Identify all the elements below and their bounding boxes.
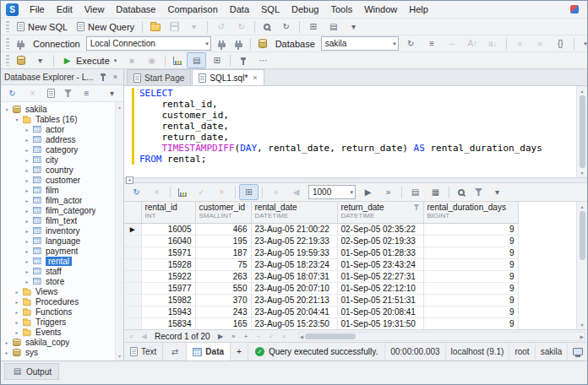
cell[interactable]: 01-Sep-05 22:27:31 xyxy=(337,270,423,282)
expander-icon[interactable]: ▸ xyxy=(24,258,30,264)
row-indicator[interactable] xyxy=(124,282,141,294)
cell[interactable]: 01-Sep-05 21:51:31 xyxy=(337,294,423,306)
scroll-left-icon[interactable]: ◀ xyxy=(300,333,304,339)
tree-node-inventory[interactable]: ▸inventory xyxy=(1,225,123,236)
expander-icon[interactable]: ▸ xyxy=(24,218,30,224)
outdent-button[interactable]: « xyxy=(510,35,530,52)
expander-icon[interactable]: ▸ xyxy=(24,127,30,133)
cell[interactable]: 9 xyxy=(423,247,518,258)
record-next-button[interactable]: ▶ xyxy=(215,333,226,340)
cell[interactable]: 466 xyxy=(195,223,251,235)
tree-node-events[interactable]: ▸Events xyxy=(1,327,123,337)
cell[interactable]: 01-Sep-05 22:12:10 xyxy=(337,282,423,294)
tree-node-country[interactable]: ▸country xyxy=(1,165,123,175)
expander-icon[interactable]: ▸ xyxy=(14,329,20,335)
tree-node-tables-16[interactable]: ▾Tables (16) xyxy=(1,114,123,124)
tree-node-category[interactable]: ▸category xyxy=(1,144,123,155)
tree-node-actor[interactable]: ▸actor xyxy=(1,124,123,134)
cell[interactable]: 15943 xyxy=(141,306,195,317)
cell[interactable]: 15928 xyxy=(141,258,195,270)
code-line-7[interactable]: FROM rental; xyxy=(124,154,576,165)
output-tab[interactable]: ▤Output xyxy=(4,363,59,380)
scroll-down-icon[interactable]: ▾ xyxy=(580,322,583,328)
grid-row[interactable]: 1604019523-Aug-05 22:19:3302-Sep-05 02:1… xyxy=(124,235,518,247)
cell[interactable]: 15971 xyxy=(141,247,195,258)
cell[interactable]: 01-Sep-05 01:28:33 xyxy=(337,247,423,258)
edit-connection-button[interactable] xyxy=(214,37,230,50)
new-connection-button[interactable] xyxy=(231,37,247,50)
tree-node-sakila[interactable]: ▾sakila xyxy=(1,104,123,114)
cell[interactable]: 75 xyxy=(195,258,251,270)
tree-node-views[interactable]: ▸Views xyxy=(1,286,123,296)
menu-help[interactable]: Help xyxy=(403,2,434,17)
cell[interactable]: 01-Sep-05 20:08:41 xyxy=(337,306,423,317)
menu-edit[interactable]: Edit xyxy=(51,2,79,17)
cell[interactable]: 01-Sep-05 23:43:24 xyxy=(337,258,423,270)
tree-node-address[interactable]: ▸address xyxy=(1,134,123,144)
record-first-button[interactable]: « xyxy=(126,333,137,340)
explorer-stop-button[interactable]: × xyxy=(23,85,42,101)
tab-add-view[interactable]: + xyxy=(231,343,248,361)
wrap-button[interactable]: ↩ xyxy=(578,35,588,52)
grid-row[interactable]: 1594324323-Aug-05 20:04:4101-Sep-05 20:0… xyxy=(124,306,518,317)
scroll-thumb[interactable] xyxy=(580,211,585,260)
cell[interactable]: 9 xyxy=(423,270,518,282)
row-indicator[interactable] xyxy=(124,258,141,270)
record-insert-button[interactable]: + xyxy=(241,333,252,340)
cell[interactable]: 370 xyxy=(195,294,251,306)
scroll-down-icon[interactable]: ▾ xyxy=(580,170,583,176)
cell[interactable]: 01-Sep-05 19:31:50 xyxy=(337,317,423,329)
expander-icon[interactable]: ▸ xyxy=(3,339,10,345)
refresh-button[interactable]: ↻ xyxy=(276,19,296,35)
tab-swap[interactable]: ⇄ xyxy=(163,343,187,361)
expander-icon[interactable]: ▸ xyxy=(24,208,30,214)
tree-node-functions[interactable]: ▸Functions xyxy=(1,306,123,317)
tab-sql1[interactable]: SQL1.sql*× xyxy=(192,69,264,85)
tree-node-sakila-copy[interactable]: ▸sakila_copy xyxy=(1,337,123,347)
cell[interactable]: 23-Aug-05 15:23:50 xyxy=(251,317,337,329)
record-cancel-button[interactable]: × xyxy=(279,333,290,340)
explorer-view-button[interactable]: ≡ xyxy=(77,85,96,101)
cell[interactable]: 15977 xyxy=(141,282,195,294)
cell[interactable]: 9 xyxy=(423,317,518,329)
tree-node-film-category[interactable]: ▸film_category xyxy=(1,205,123,215)
record-prev-button[interactable]: ◀ xyxy=(139,333,150,340)
tree-node-staff[interactable]: ▸staff xyxy=(1,266,123,276)
row-indicator[interactable] xyxy=(124,294,141,306)
menu-data[interactable]: Data xyxy=(224,2,255,17)
connection-combobox[interactable]: Local Connection▾ xyxy=(86,36,211,51)
column-header-rental-date[interactable]: rental_dateDATETIME xyxy=(251,202,337,223)
tab-start-page[interactable]: Start Page xyxy=(127,69,191,85)
grid-view-button[interactable]: ⊞ xyxy=(239,184,259,200)
query-plan-button[interactable] xyxy=(169,54,186,68)
expander-icon[interactable]: ▸ xyxy=(14,309,20,315)
results-pane-button[interactable]: ▤ xyxy=(187,52,206,68)
cell[interactable]: 263 xyxy=(195,270,251,282)
cell[interactable]: 187 xyxy=(195,247,251,258)
close-icon[interactable]: × xyxy=(253,73,257,82)
code-line-5[interactable]: return_date, xyxy=(124,132,576,143)
cell[interactable]: 15922 xyxy=(141,270,195,282)
cell[interactable]: 23-Aug-05 22:19:33 xyxy=(251,235,337,247)
cell[interactable]: 195 xyxy=(195,235,251,247)
expander-icon[interactable]: ▾ xyxy=(3,106,10,112)
layout-grid-button[interactable]: ⊞ xyxy=(303,19,323,35)
save-options-dropdown[interactable]: ▾ xyxy=(184,19,204,35)
expander-icon[interactable]: ▸ xyxy=(3,350,10,355)
editor-scrollbar[interactable]: ▴▾ xyxy=(576,86,587,177)
row-indicator[interactable]: ► xyxy=(124,223,141,235)
undo-button[interactable]: ↺ xyxy=(211,19,231,35)
format-document-button[interactable]: ≡ xyxy=(422,35,442,52)
record-delete-button[interactable]: − xyxy=(253,333,264,340)
session-dropdown[interactable]: ▾ xyxy=(30,52,50,68)
column-header-customer-id[interactable]: customer_idSMALLINT xyxy=(195,202,251,223)
snippet-button[interactable]: {} xyxy=(551,35,570,52)
tab-text[interactable]: Text xyxy=(124,343,163,361)
expander-icon[interactable]: ▸ xyxy=(24,147,30,153)
expander-icon[interactable]: ▸ xyxy=(24,187,30,193)
tree-node-film[interactable]: ▸film xyxy=(1,185,123,195)
scroll-up-icon[interactable]: ▴ xyxy=(580,88,583,94)
indent-button[interactable]: » xyxy=(531,35,550,52)
page-prev-button[interactable]: ◀ xyxy=(286,184,306,200)
more-button[interactable]: ▾ xyxy=(344,19,363,35)
